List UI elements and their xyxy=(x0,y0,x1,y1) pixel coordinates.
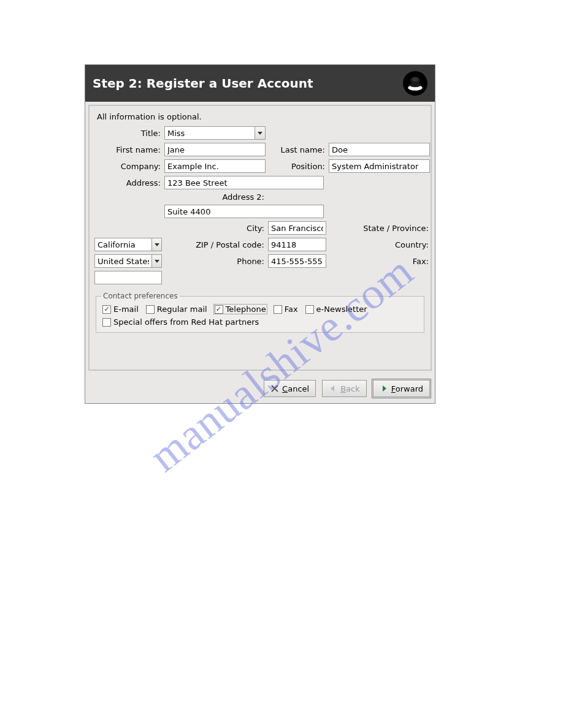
back-button[interactable]: Back xyxy=(322,380,367,397)
address2-input[interactable] xyxy=(164,205,324,218)
label-fax: Fax: xyxy=(329,257,430,266)
label-state: State / Province: xyxy=(329,224,430,233)
pref-label: E-mail xyxy=(113,305,139,314)
pref-email[interactable]: E-mail xyxy=(101,304,140,314)
label-position: Position: xyxy=(268,162,326,171)
title-combo[interactable] xyxy=(164,126,266,140)
label-zip: ZIP / Postal code: xyxy=(164,240,266,249)
pref-enewsletter[interactable]: e-Newsletter xyxy=(304,304,369,314)
checkbox-icon xyxy=(102,305,111,314)
checkbox-icon xyxy=(305,305,314,314)
country-input[interactable] xyxy=(94,254,151,268)
redhat-logo-icon xyxy=(403,71,427,96)
label-company: Company: xyxy=(94,162,162,171)
country-combo[interactable] xyxy=(94,254,162,268)
form-panel: All information is optional. Title: Firs… xyxy=(88,105,432,371)
chevron-down-icon xyxy=(258,132,262,135)
label-phone: Phone: xyxy=(164,257,266,266)
country-dropdown-button[interactable] xyxy=(151,254,162,268)
state-combo[interactable] xyxy=(94,238,162,251)
cancel-button[interactable]: Cancel xyxy=(264,380,316,397)
prefs-row-1: E-mail Regular mail Telephone Fax e-News… xyxy=(101,304,419,314)
dialog-header: Step 2: Register a User Account xyxy=(85,65,435,102)
label-last-name: Last name: xyxy=(268,145,326,154)
label-address2: Address 2: xyxy=(164,192,266,202)
title-dropdown-button[interactable] xyxy=(255,126,266,140)
zip-input[interactable] xyxy=(268,238,326,251)
chevron-down-icon xyxy=(155,260,159,263)
checkbox-icon xyxy=(215,305,223,314)
pref-label: Fax xyxy=(285,305,298,314)
forward-button[interactable]: Forward xyxy=(373,380,430,397)
address-input[interactable] xyxy=(164,176,324,189)
fax-input[interactable] xyxy=(94,271,162,284)
company-input[interactable] xyxy=(164,159,266,173)
checkbox-icon xyxy=(274,305,282,314)
phone-input[interactable] xyxy=(268,254,326,268)
pref-label: Telephone xyxy=(226,305,266,314)
cancel-icon xyxy=(270,384,279,393)
pref-special-offers[interactable]: Special offers from Red Hat partners xyxy=(101,317,260,327)
pref-label: Regular mail xyxy=(157,305,207,314)
form-grid: Title: First name: Last name: Company: P… xyxy=(94,126,426,284)
dialog-title: Step 2: Register a User Account xyxy=(93,76,313,91)
arrow-right-icon xyxy=(380,384,388,393)
contact-preferences-legend: Contact preferences xyxy=(101,292,180,300)
form-hint: All information is optional. xyxy=(97,112,426,121)
state-dropdown-button[interactable] xyxy=(151,238,162,251)
label-country: Country: xyxy=(329,240,430,249)
pref-label: e-Newsletter xyxy=(316,305,367,314)
svg-point-3 xyxy=(412,77,419,82)
arrow-left-icon xyxy=(329,384,337,393)
button-bar: Cancel Back Forward xyxy=(85,374,435,403)
register-dialog: Step 2: Register a User Account All info… xyxy=(85,64,435,404)
first-name-input[interactable] xyxy=(164,143,266,156)
label-title: Title: xyxy=(94,129,162,138)
position-input[interactable] xyxy=(329,159,430,173)
label-city: City: xyxy=(164,224,266,233)
prefs-row-2: Special offers from Red Hat partners xyxy=(101,317,419,327)
title-input[interactable] xyxy=(164,126,255,140)
pref-telephone[interactable]: Telephone xyxy=(213,304,267,314)
contact-preferences-group: Contact preferences E-mail Regular mail … xyxy=(96,292,424,333)
chevron-down-icon xyxy=(155,243,159,246)
label-first-name: First name: xyxy=(94,145,162,154)
label-address: Address: xyxy=(94,178,162,188)
last-name-input[interactable] xyxy=(329,143,430,156)
pref-label: Special offers from Red Hat partners xyxy=(113,317,259,327)
checkbox-icon xyxy=(102,318,111,327)
pref-regular-mail[interactable]: Regular mail xyxy=(145,304,209,314)
city-input[interactable] xyxy=(268,221,326,235)
state-input[interactable] xyxy=(94,238,151,251)
checkbox-icon xyxy=(146,305,155,314)
pref-fax[interactable]: Fax xyxy=(272,304,299,314)
